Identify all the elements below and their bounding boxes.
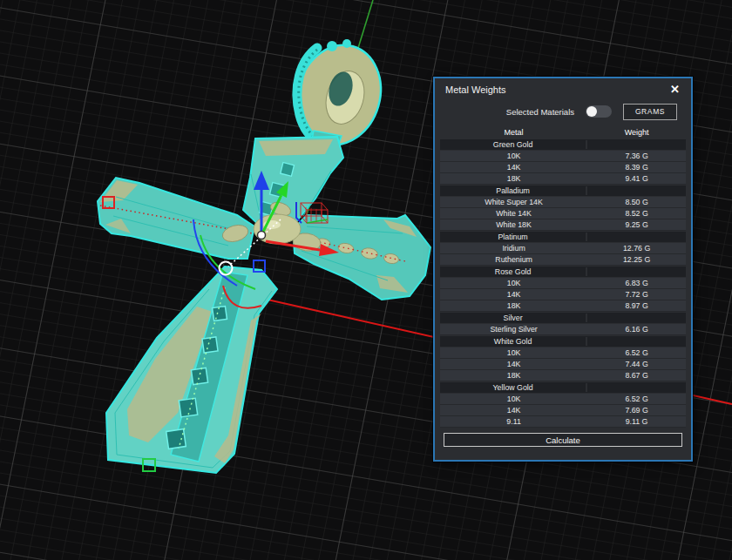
metal-cell: 10K [440, 152, 587, 160]
table-row[interactable]: Iridium12.76 G [440, 243, 686, 254]
weight-cell: 8.39 G [587, 163, 686, 172]
metal-weights-panel: Metal Weights ✕ Selected Materials GRAMS… [433, 77, 693, 462]
table-column-headers: Metal Weight [435, 125, 691, 138]
metal-cell: 14K [440, 290, 587, 299]
table-row[interactable]: 14K7.72 G [440, 289, 686, 300]
table-row[interactable]: White 18K9.25 G [440, 219, 686, 231]
units-button[interactable]: GRAMS [623, 104, 677, 120]
weight-cell: 7.36 G [587, 152, 686, 160]
weight-column-header: Weight [587, 128, 686, 137]
weight-cell: 12.76 G [587, 244, 686, 253]
weights-table: Green Gold10K7.36 G14K8.39 G18K9.41 GPal… [440, 139, 686, 428]
table-row[interactable]: Ruthenium12.25 G [440, 254, 686, 266]
weight-cell: 9.41 G [587, 174, 686, 183]
table-row[interactable]: 14K8.39 G [440, 162, 686, 173]
weight-cell: 7.72 G [587, 290, 686, 299]
metal-cell: Yellow Gold [440, 383, 587, 392]
metal-cell: White Gold [440, 337, 587, 346]
weight-cell: 8.67 G [587, 371, 686, 380]
metal-cell: Rose Gold [440, 267, 587, 276]
calculate-button[interactable]: Calculate [444, 433, 682, 447]
selected-materials-toggle[interactable] [586, 105, 612, 118]
table-row[interactable]: Sterling Silver6.16 G [440, 324, 686, 335]
metal-cell: Palladium [440, 186, 587, 195]
weight-cell: 9.25 G [587, 220, 686, 229]
metal-cell: White 14K [440, 209, 587, 218]
metal-cell: 10K [440, 348, 587, 357]
materials-row: Selected Materials GRAMS [435, 98, 691, 125]
weight-cell: 7.69 G [587, 406, 686, 415]
metal-cell: White Super 14K [440, 198, 587, 206]
metal-cell: Iridium [440, 244, 587, 253]
metal-cell: 14K [440, 406, 587, 415]
table-row[interactable]: 18K9.41 G [440, 173, 686, 185]
panel-title: Metal Weights [445, 84, 506, 95]
toggle-knob-icon [586, 106, 597, 117]
weight-cell: 7.44 G [587, 360, 686, 368]
table-row[interactable]: White 14K8.52 G [440, 208, 686, 219]
table-row[interactable]: 10K6.52 G [440, 394, 686, 405]
table-row[interactable]: 10K6.83 G [440, 278, 686, 289]
metal-column-header: Metal [440, 128, 587, 137]
metal-cell: 18K [440, 371, 587, 380]
weight-cell: 6.52 G [587, 395, 686, 403]
table-row[interactable]: 9.119.11 G [440, 416, 686, 428]
group-header-row[interactable]: Yellow Gold [440, 382, 686, 393]
group-header-row[interactable]: Palladium [440, 186, 686, 196]
table-row[interactable]: 14K7.69 G [440, 405, 686, 416]
weight-cell: 8.97 G [587, 301, 686, 310]
metal-cell: 14K [440, 163, 587, 172]
metal-cell: 9.11 [440, 417, 587, 426]
table-row[interactable]: 10K6.52 G [440, 347, 686, 359]
weight-cell: 12.25 G [587, 255, 686, 264]
weight-cell: 6.16 G [587, 325, 686, 334]
weight-cell: 8.52 G [587, 209, 686, 218]
metal-cell: Platinum [440, 233, 587, 241]
group-header-row[interactable]: Green Gold [440, 139, 686, 150]
weight-cell: 9.11 G [587, 417, 686, 426]
selected-materials-label: Selected Materials [506, 107, 574, 117]
metal-cell: Green Gold [440, 140, 587, 149]
table-row[interactable]: 18K8.97 G [440, 300, 686, 312]
weight-cell: 6.52 G [587, 348, 686, 357]
metal-cell: Ruthenium [440, 255, 587, 264]
panel-title-bar[interactable]: Metal Weights ✕ [435, 78, 691, 98]
group-header-row[interactable]: Rose Gold [440, 267, 686, 277]
metal-cell: 18K [440, 174, 587, 183]
metal-cell: 10K [440, 279, 587, 287]
table-row[interactable]: 10K7.36 G [440, 151, 686, 162]
metal-cell: 10K [440, 395, 587, 403]
group-header-row[interactable]: White Gold [440, 336, 686, 347]
weight-cell: 6.83 G [587, 279, 686, 287]
gizmo-origin-dot[interactable] [258, 232, 266, 240]
metal-cell: 18K [440, 301, 587, 310]
table-row[interactable]: 14K7.44 G [440, 359, 686, 370]
metal-cell: 14K [440, 360, 587, 368]
group-header-row[interactable]: Platinum [440, 232, 686, 242]
metal-cell: Sterling Silver [440, 325, 587, 334]
table-row[interactable]: 18K8.67 G [440, 370, 686, 381]
metal-cell: Silver [440, 314, 587, 322]
close-icon[interactable]: ✕ [669, 84, 681, 95]
table-row[interactable]: White Super 14K8.50 G [440, 197, 686, 208]
group-header-row[interactable]: Silver [440, 313, 686, 323]
metal-cell: White 18K [440, 220, 587, 229]
weight-cell: 8.50 G [587, 198, 686, 206]
